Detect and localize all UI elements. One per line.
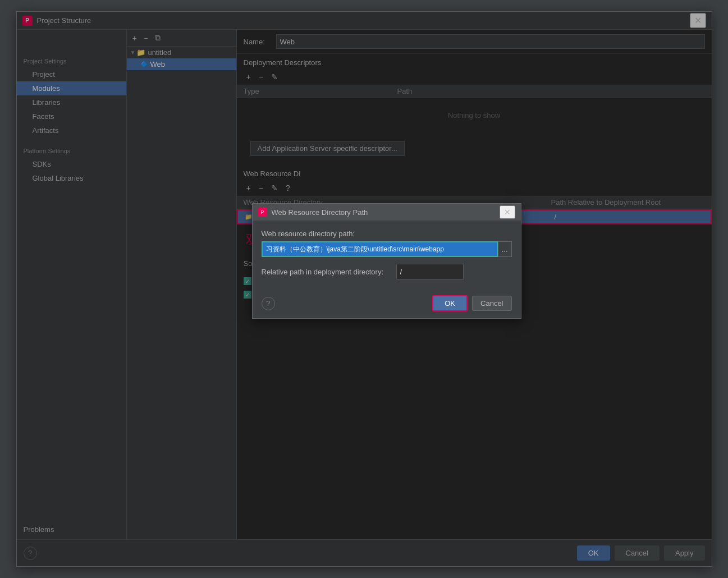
dialog-help-button[interactable]: ? (262, 297, 275, 310)
project-structure-window: P Project Structure ✕ Project Settings P… (16, 11, 712, 567)
dialog-overlay: P Web Resource Directory Path ✕ Web reso… (17, 12, 712, 566)
dialog-body: Web resource directory path: ... Relativ… (253, 221, 521, 291)
dialog-rel-label: Relative path in deployment directory: (262, 268, 396, 276)
dialog-title-bar: P Web Resource Directory Path ✕ (253, 204, 521, 221)
dialog-browse-button[interactable]: ... (498, 241, 512, 257)
dialog-path-row: ... (262, 241, 512, 257)
dialog-rel-input[interactable] (396, 264, 464, 279)
dialog-icon: P (258, 208, 267, 217)
dialog-bottom: ? OK Cancel (253, 291, 521, 318)
dialog-rel-row: Relative path in deployment directory: (262, 264, 512, 279)
dialog-path-input[interactable] (262, 241, 498, 257)
dialog-ok-button[interactable]: OK (432, 295, 468, 311)
dialog-close-button[interactable]: ✕ (500, 205, 515, 219)
web-resource-dialog: P Web Resource Directory Path ✕ Web reso… (252, 203, 521, 319)
dialog-cancel-button[interactable]: Cancel (472, 296, 511, 311)
dialog-path-label: Web resource directory path: (262, 230, 512, 238)
dialog-title: Web Resource Directory Path (272, 208, 500, 217)
